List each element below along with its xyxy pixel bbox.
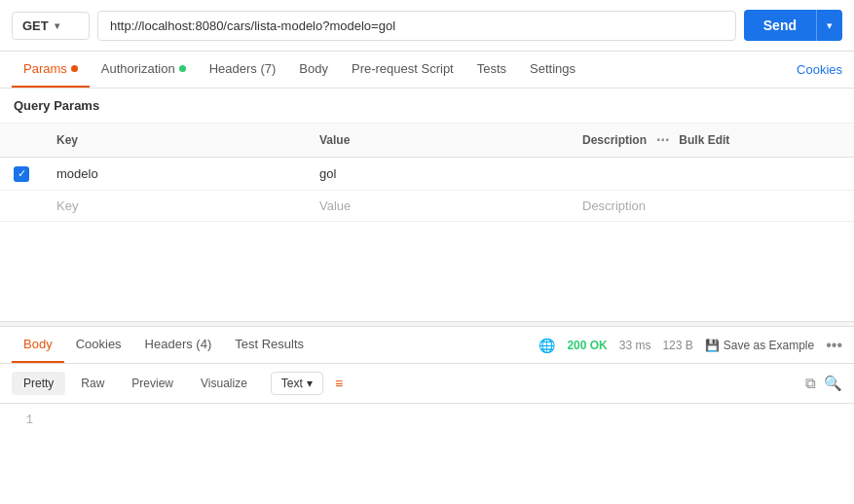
response-tab-body-label: Body bbox=[23, 337, 53, 351]
response-tabs-row: Body Cookies Headers (4) Test Results 🌐 … bbox=[0, 327, 854, 364]
authorization-dot bbox=[179, 65, 186, 72]
tab-authorization[interactable]: Authorization bbox=[90, 52, 198, 88]
empty-checkbox-cell bbox=[0, 190, 43, 221]
response-tab-testresults-label: Test Results bbox=[235, 337, 304, 351]
format-preview-button[interactable]: Preview bbox=[120, 372, 185, 395]
bulk-edit-button[interactable]: Bulk Edit bbox=[679, 133, 729, 147]
format-visualize-button[interactable]: Visualize bbox=[189, 372, 259, 395]
tab-settings-label: Settings bbox=[530, 61, 576, 76]
th-value: Value bbox=[306, 124, 569, 158]
row-value-cell[interactable]: gol bbox=[306, 158, 569, 191]
tab-tests[interactable]: Tests bbox=[465, 52, 518, 88]
empty-key-cell[interactable]: Key bbox=[43, 190, 306, 221]
response-tab-body[interactable]: Body bbox=[12, 327, 64, 363]
response-tab-cookies[interactable]: Cookies bbox=[64, 327, 133, 363]
format-visualize-label: Visualize bbox=[201, 377, 247, 390]
method-label: GET bbox=[22, 18, 49, 33]
tab-headers-label: Headers (7) bbox=[209, 61, 277, 76]
th-checkbox bbox=[0, 124, 43, 158]
row-value-value: gol bbox=[319, 166, 336, 181]
response-tab-cookies-label: Cookies bbox=[76, 337, 122, 351]
globe-icon: 🌐 bbox=[538, 338, 555, 353]
row-key-value: modelo bbox=[56, 166, 98, 181]
tab-prerequest[interactable]: Pre-request Script bbox=[340, 52, 465, 88]
empty-value-cell[interactable]: Value bbox=[306, 190, 569, 221]
send-dropdown-button[interactable]: ▾ bbox=[816, 10, 842, 41]
query-params-label: Query Params bbox=[0, 89, 854, 124]
th-description: Description ··· Bulk Edit bbox=[569, 124, 854, 158]
line-number: 1 bbox=[14, 414, 33, 427]
copy-icon[interactable]: ⧉ bbox=[805, 375, 816, 392]
tab-settings[interactable]: Settings bbox=[518, 52, 587, 88]
tab-prerequest-label: Pre-request Script bbox=[352, 61, 454, 76]
send-dropdown-icon: ▾ bbox=[827, 19, 833, 31]
format-raw-label: Raw bbox=[81, 377, 104, 390]
cookies-link[interactable]: Cookies bbox=[797, 62, 842, 77]
params-dot bbox=[71, 65, 78, 72]
response-time: 33 ms bbox=[619, 339, 651, 352]
tab-authorization-label: Authorization bbox=[101, 61, 175, 76]
text-type-label: Text bbox=[281, 377, 303, 390]
response-more-icon[interactable]: ••• bbox=[826, 337, 842, 354]
filter-icon[interactable]: ≡ bbox=[335, 376, 343, 391]
format-pretty-label: Pretty bbox=[23, 377, 54, 390]
method-selector[interactable]: GET ▾ bbox=[12, 12, 90, 40]
table-empty-row: Key Value Description bbox=[0, 190, 854, 221]
row-checkbox-cell[interactable]: ✓ bbox=[0, 158, 43, 191]
save-example-label: Save as Example bbox=[724, 339, 814, 352]
url-bar: GET ▾ Send ▾ bbox=[0, 0, 854, 52]
tab-body-label: Body bbox=[299, 61, 328, 76]
response-tab-headers-label: Headers (4) bbox=[145, 337, 212, 351]
format-toolbar: Pretty Raw Preview Visualize Text ▾ ≡ ⧉ … bbox=[0, 364, 854, 404]
response-tab-testresults[interactable]: Test Results bbox=[223, 327, 316, 363]
format-pretty-button[interactable]: Pretty bbox=[12, 372, 65, 395]
th-key: Key bbox=[43, 124, 306, 158]
table-more-icon[interactable]: ··· bbox=[656, 131, 669, 149]
code-area: 1 bbox=[0, 404, 854, 437]
url-input[interactable] bbox=[97, 11, 736, 41]
tab-tests-label: Tests bbox=[477, 61, 506, 76]
row-key-cell[interactable]: modelo bbox=[43, 158, 306, 191]
table-row: ✓ modelo gol bbox=[0, 158, 854, 191]
response-tab-headers[interactable]: Headers (4) bbox=[133, 327, 224, 363]
response-meta: 🌐 200 OK 33 ms 123 B 💾 Save as Example •… bbox=[538, 337, 842, 354]
checkbox-checked-icon: ✓ bbox=[14, 166, 29, 182]
send-button-group: Send ▾ bbox=[744, 10, 842, 41]
tab-headers[interactable]: Headers (7) bbox=[198, 52, 288, 88]
request-tabs-row: Params Authorization Headers (7) Body Pr… bbox=[0, 52, 854, 89]
description-label: Description bbox=[582, 133, 647, 147]
text-type-selector[interactable]: Text ▾ bbox=[271, 372, 323, 395]
save-example-button[interactable]: 💾 Save as Example bbox=[705, 339, 814, 352]
format-raw-button[interactable]: Raw bbox=[69, 372, 116, 395]
tab-body[interactable]: Body bbox=[287, 52, 340, 88]
format-preview-label: Preview bbox=[131, 377, 173, 390]
tab-params-label: Params bbox=[23, 61, 67, 76]
response-size: 123 B bbox=[662, 339, 692, 352]
search-icon[interactable]: 🔍 bbox=[824, 375, 842, 392]
row-description-cell[interactable] bbox=[569, 158, 854, 191]
send-button[interactable]: Send bbox=[744, 10, 816, 41]
method-chevron-icon: ▾ bbox=[55, 20, 59, 31]
params-table: Key Value Description ··· Bulk Edit ✓ bbox=[0, 124, 854, 222]
response-status: 200 OK bbox=[567, 339, 607, 352]
empty-description-cell[interactable]: Description bbox=[569, 190, 854, 221]
tab-params[interactable]: Params bbox=[12, 52, 90, 88]
save-icon: 💾 bbox=[705, 339, 720, 352]
text-type-chevron: ▾ bbox=[307, 377, 313, 390]
